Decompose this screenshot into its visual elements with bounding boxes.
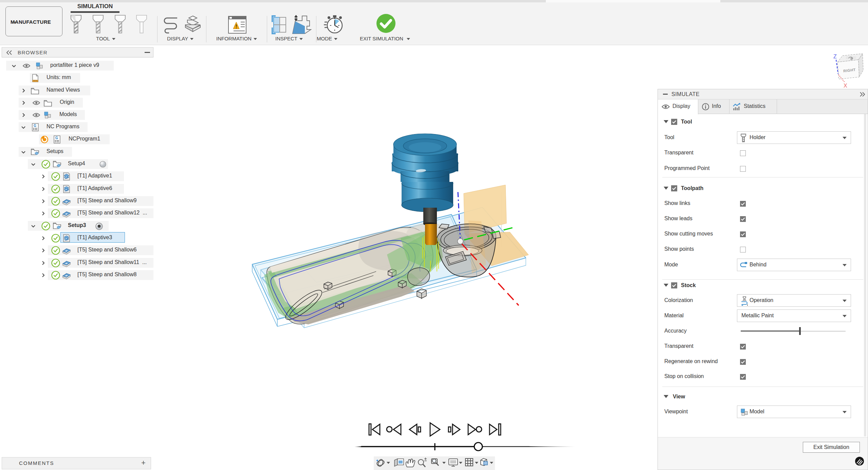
svg-text:X: X	[844, 83, 847, 89]
svg-text:Z: Z	[833, 54, 837, 59]
